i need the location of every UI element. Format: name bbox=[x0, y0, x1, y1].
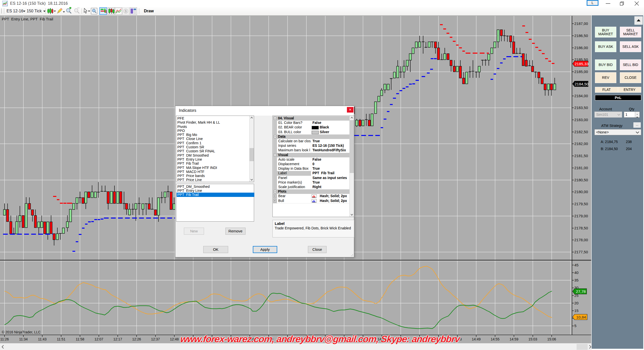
svg-text:12:07: 12:07 bbox=[94, 337, 103, 341]
svg-text:40: 40 bbox=[574, 270, 579, 275]
svg-text:2180,00: 2180,00 bbox=[574, 190, 588, 194]
svg-text:2181,00: 2181,00 bbox=[574, 166, 588, 170]
svg-text:11:43: 11:43 bbox=[38, 337, 47, 341]
svg-text:12:37: 12:37 bbox=[151, 337, 160, 341]
svg-text:15: 15 bbox=[574, 308, 579, 313]
svg-text:2182,50: 2182,50 bbox=[574, 130, 588, 134]
svg-text:11:58: 11:58 bbox=[76, 337, 84, 341]
svg-text:20: 20 bbox=[574, 301, 579, 305]
svg-text:2183,00: 2183,00 bbox=[574, 118, 588, 122]
svg-text:2182,00: 2182,00 bbox=[574, 142, 588, 146]
svg-text:2179,50: 2179,50 bbox=[574, 202, 588, 206]
svg-text:2184,00: 2184,00 bbox=[574, 94, 588, 98]
svg-text:2186,00: 2186,00 bbox=[574, 46, 588, 50]
svg-text:15:06: 15:06 bbox=[547, 337, 556, 341]
svg-text:14:49: 14:49 bbox=[472, 337, 480, 341]
svg-text:14:59: 14:59 bbox=[509, 337, 518, 341]
svg-text:2185,33: 2185,33 bbox=[575, 62, 589, 66]
svg-text:12:17: 12:17 bbox=[113, 337, 122, 341]
svg-text:11:51: 11:51 bbox=[57, 337, 65, 341]
svg-text:PPT Entry Line, PPT Fib Trai: PPT Entry Line, PPT Fib Trail bbox=[2, 17, 53, 21]
svg-text:2181,50: 2181,50 bbox=[574, 154, 588, 158]
svg-text:$: $ bbox=[125, 9, 127, 13]
svg-text:2183,50: 2183,50 bbox=[574, 106, 588, 110]
svg-text:15:03: 15:03 bbox=[528, 337, 537, 341]
svg-text:11:26: 11:26 bbox=[0, 337, 9, 341]
svg-text:2186,50: 2186,50 bbox=[574, 33, 588, 38]
svg-text:2179,00: 2179,00 bbox=[574, 214, 588, 218]
svg-text:2178,50: 2178,50 bbox=[574, 226, 588, 230]
svg-text:11:34: 11:34 bbox=[19, 337, 28, 341]
svg-text:27,78: 27,78 bbox=[576, 289, 586, 294]
svg-text:2180,50: 2180,50 bbox=[574, 178, 588, 182]
svg-text:2177,50: 2177,50 bbox=[574, 250, 588, 254]
svg-text:12:26: 12:26 bbox=[132, 337, 141, 341]
svg-text:12:48: 12:48 bbox=[170, 337, 179, 341]
svg-text:2187,00: 2187,00 bbox=[574, 21, 588, 26]
svg-text:45: 45 bbox=[574, 263, 579, 267]
svg-text:2178,00: 2178,00 bbox=[574, 238, 588, 242]
svg-text:10,84: 10,84 bbox=[576, 315, 586, 319]
svg-text:2184,50: 2184,50 bbox=[575, 82, 589, 86]
svg-text:14:55: 14:55 bbox=[491, 337, 499, 341]
svg-text:© 2016 NinjaTrader, LLC: © 2016 NinjaTrader, LLC bbox=[2, 330, 41, 334]
svg-text:5: 5 bbox=[574, 324, 576, 328]
svg-text:2185,00: 2185,00 bbox=[574, 69, 588, 74]
svg-text:35: 35 bbox=[574, 278, 579, 282]
